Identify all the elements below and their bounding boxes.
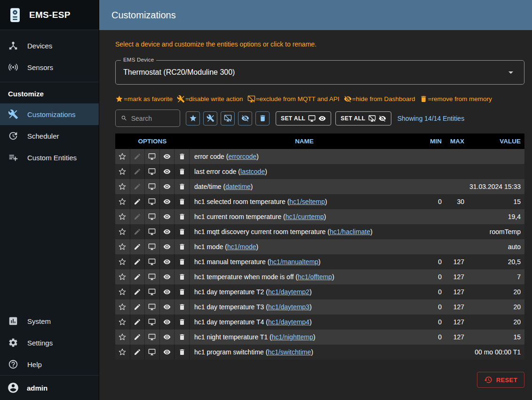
delete-icon-button[interactable] bbox=[175, 149, 190, 164]
entity-shortname-link[interactable]: lastcode bbox=[240, 168, 265, 175]
edit-icon-button[interactable] bbox=[130, 269, 145, 284]
edit-icon-button[interactable] bbox=[130, 284, 145, 299]
visibility-icon-button[interactable] bbox=[160, 329, 175, 345]
ems-device-select[interactable]: EMS Device Thermostat (RC20/Moduline 300… bbox=[115, 60, 524, 85]
exclude-mqtt-icon-button[interactable] bbox=[145, 209, 160, 224]
edit-icon-button[interactable] bbox=[130, 179, 145, 194]
visibility-icon-button[interactable] bbox=[160, 179, 175, 194]
delete-icon-button[interactable] bbox=[175, 269, 190, 284]
visibility-icon-button[interactable] bbox=[160, 149, 175, 164]
visibility-icon-button[interactable] bbox=[160, 164, 175, 179]
sidebar-item-customizations[interactable]: Customizations bbox=[0, 103, 99, 125]
hide-dashboard-filter-button[interactable] bbox=[238, 111, 252, 125]
entity-shortname-link[interactable]: hc1/currtemp bbox=[286, 213, 324, 220]
favorite-icon-button[interactable] bbox=[115, 345, 130, 360]
edit-icon-button[interactable] bbox=[130, 314, 145, 329]
visibility-icon-button[interactable] bbox=[160, 254, 175, 269]
delete-icon-button[interactable] bbox=[175, 209, 190, 224]
entity-shortname-link[interactable]: hc1/offtemp bbox=[298, 273, 332, 281]
delete-icon-button[interactable] bbox=[175, 224, 190, 239]
entity-shortname-link[interactable]: hc1/daytemp2 bbox=[268, 288, 310, 296]
entity-shortname-link[interactable]: hc1/seltemp bbox=[289, 198, 325, 205]
favorite-icon-button[interactable] bbox=[115, 254, 130, 269]
exclude-mqtt-icon-button[interactable] bbox=[145, 224, 160, 239]
delete-icon-button[interactable] bbox=[175, 239, 190, 254]
sidebar-item-custom-entities[interactable]: Custom Entities bbox=[0, 147, 99, 168]
exclude-mqtt-icon-button[interactable] bbox=[145, 299, 160, 314]
exclude-mqtt-icon-button[interactable] bbox=[145, 284, 160, 299]
exclude-mqtt-icon-button[interactable] bbox=[145, 164, 160, 179]
visibility-icon-button[interactable] bbox=[160, 209, 175, 224]
search-input[interactable] bbox=[131, 115, 175, 122]
exclude-mqtt-icon-button[interactable] bbox=[145, 254, 160, 269]
favorite-icon-button[interactable] bbox=[115, 269, 130, 284]
edit-icon-button[interactable] bbox=[130, 164, 145, 179]
edit-icon-button[interactable] bbox=[130, 194, 145, 209]
favorite-filter-button[interactable] bbox=[186, 111, 200, 125]
favorite-icon-button[interactable] bbox=[115, 299, 130, 314]
favorite-icon-button[interactable] bbox=[115, 179, 130, 194]
delete-icon-button[interactable] bbox=[175, 179, 190, 194]
entity-shortname-link[interactable]: hc1/daytemp3 bbox=[268, 303, 310, 311]
sidebar-item-sensors[interactable]: Sensors bbox=[0, 56, 99, 78]
favorite-icon-button[interactable] bbox=[115, 284, 130, 299]
delete-icon-button[interactable] bbox=[175, 164, 190, 179]
edit-icon-button[interactable] bbox=[130, 299, 145, 314]
visibility-icon-button[interactable] bbox=[160, 314, 175, 329]
sidebar-item-help[interactable]: Help bbox=[0, 353, 99, 375]
entity-shortname-link[interactable]: hc1/nighttemp bbox=[272, 333, 313, 341]
set-all-show-button[interactable]: SET ALL bbox=[276, 111, 331, 125]
exclude-mqtt-icon-button[interactable] bbox=[145, 329, 160, 345]
favorite-icon-button[interactable] bbox=[115, 149, 130, 164]
edit-icon-button[interactable] bbox=[130, 239, 145, 254]
exclude-mqtt-icon-button[interactable] bbox=[145, 314, 160, 329]
edit-icon-button[interactable] bbox=[130, 209, 145, 224]
reset-button[interactable]: RESET bbox=[477, 372, 524, 388]
favorite-icon-button[interactable] bbox=[115, 194, 130, 209]
sidebar-item-devices[interactable]: Devices bbox=[0, 35, 99, 56]
sidebar-item-scheduler[interactable]: Scheduler bbox=[0, 125, 99, 147]
edit-icon-button[interactable] bbox=[130, 345, 145, 360]
entity-shortname-link[interactable]: datetime bbox=[225, 183, 251, 190]
exclude-mqtt-icon-button[interactable] bbox=[145, 149, 160, 164]
entity-shortname-link[interactable]: hc1/daytemp4 bbox=[268, 318, 310, 326]
search-box[interactable] bbox=[115, 110, 180, 127]
exclude-mqtt-icon-button[interactable] bbox=[145, 269, 160, 284]
edit-icon-button[interactable] bbox=[130, 224, 145, 239]
visibility-icon-button[interactable] bbox=[160, 194, 175, 209]
entity-shortname-link[interactable]: hc1/switchtime bbox=[268, 348, 311, 356]
edit-icon-button[interactable] bbox=[130, 254, 145, 269]
favorite-icon-button[interactable] bbox=[115, 209, 130, 224]
favorite-icon-button[interactable] bbox=[115, 224, 130, 239]
sidebar-item-settings[interactable]: Settings bbox=[0, 332, 99, 353]
disable-write-filter-button[interactable] bbox=[203, 111, 217, 125]
sidebar-user-admin[interactable]: admin bbox=[0, 376, 99, 400]
visibility-icon-button[interactable] bbox=[160, 299, 175, 314]
remove-memory-filter-button[interactable] bbox=[255, 111, 270, 125]
delete-icon-button[interactable] bbox=[175, 329, 190, 345]
delete-icon-button[interactable] bbox=[175, 194, 190, 209]
delete-icon-button[interactable] bbox=[175, 345, 190, 360]
edit-icon-button[interactable] bbox=[130, 149, 145, 164]
entity-shortname-link[interactable]: errorcode bbox=[228, 153, 256, 160]
exclude-mqtt-icon-button[interactable] bbox=[145, 179, 160, 194]
visibility-icon-button[interactable] bbox=[160, 269, 175, 284]
edit-icon-button[interactable] bbox=[130, 329, 145, 345]
visibility-icon-button[interactable] bbox=[160, 224, 175, 239]
delete-icon-button[interactable] bbox=[175, 299, 190, 314]
favorite-icon-button[interactable] bbox=[115, 239, 130, 254]
visibility-icon-button[interactable] bbox=[160, 345, 175, 360]
visibility-icon-button[interactable] bbox=[160, 284, 175, 299]
delete-icon-button[interactable] bbox=[175, 284, 190, 299]
set-all-hide-button[interactable]: SET ALL bbox=[335, 111, 391, 125]
favorite-icon-button[interactable] bbox=[115, 314, 130, 329]
visibility-icon-button[interactable] bbox=[160, 239, 175, 254]
exclude-mqtt-icon-button[interactable] bbox=[145, 345, 160, 360]
exclude-mqtt-icon-button[interactable] bbox=[145, 239, 160, 254]
exclude-mqtt-filter-button[interactable] bbox=[221, 111, 235, 125]
favorite-icon-button[interactable] bbox=[115, 164, 130, 179]
delete-icon-button[interactable] bbox=[175, 314, 190, 329]
entity-shortname-link[interactable]: hc1/manualtemp bbox=[270, 258, 318, 266]
favorite-icon-button[interactable] bbox=[115, 329, 130, 345]
exclude-mqtt-icon-button[interactable] bbox=[145, 194, 160, 209]
